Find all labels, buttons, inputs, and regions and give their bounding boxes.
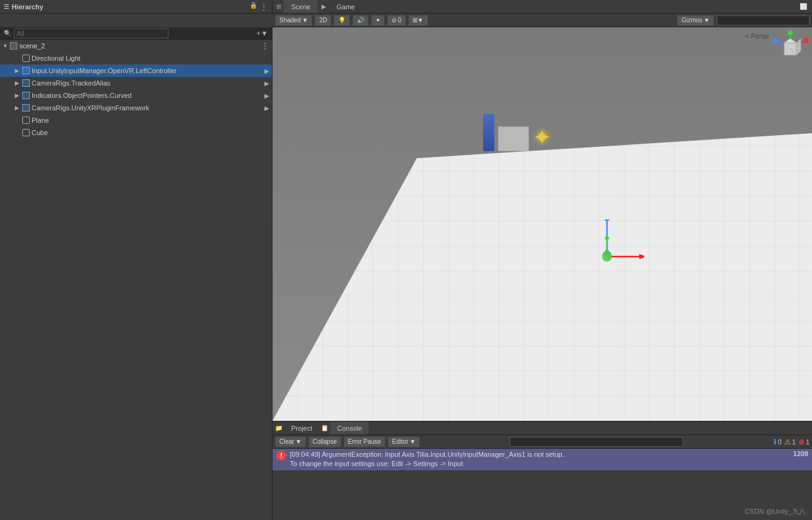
tab-project[interactable]: Project — [285, 421, 318, 434]
error-icon-badge: ⊗ — [798, 438, 805, 446]
error-pause-btn[interactable]: Error Pause — [344, 436, 385, 447]
tree-item-camera-rigs-unity[interactable]: ▶ CameraRigs.UnityXRPluginFramework ▶ — [0, 102, 272, 114]
camera-unity-arrow[interactable]: ▶ — [15, 105, 22, 111]
light-cube-obj — [498, 126, 529, 151]
tab-game-label: Game — [336, 3, 355, 11]
light-btn[interactable]: 💡 — [334, 15, 350, 26]
editor-label: Editor — [392, 438, 408, 445]
orientation-gizmo[interactable]: X Y Z — [771, 30, 810, 70]
tree-item-plane[interactable]: ▶ Plane — [0, 114, 272, 126]
tree-item-cube[interactable]: ▶ Cube — [0, 126, 272, 139]
bottom-toolbar: Clear ▼ Collapse Error Pause Editor ▼ — [273, 435, 812, 449]
console-message-0[interactable]: ! [09:04:49] ArgumentException: Input Ax… — [273, 449, 812, 471]
viewport[interactable]: ✦ — [273, 27, 812, 421]
console-area: ! [09:04:49] ArgumentException: Input Ax… — [273, 449, 812, 520]
audio-btn[interactable]: 🔊 — [352, 15, 369, 26]
input-arrow[interactable]: ▶ — [15, 68, 22, 74]
tab-console-label: Console — [337, 425, 362, 432]
transform-gizmo — [570, 219, 644, 296]
plane-grid — [273, 133, 812, 421]
scene-toolbar: Shaded ▼ 2D 💡 🔊 ✦ ⊘ 0 ⊞▼ Gizmos ▼ — [273, 14, 812, 27]
bottom-tabs: 📁 Project 📋 Console — [273, 421, 812, 435]
maximize-icon[interactable]: ⬜ — [800, 3, 812, 10]
svg-marker-8 — [797, 38, 801, 55]
gizmos-arrow: ▼ — [704, 17, 710, 24]
tree-item-directional-light[interactable]: ▶ Directional Light — [0, 52, 272, 64]
error-count: 1 — [806, 438, 810, 446]
indicators-icon — [22, 92, 30, 99]
tree-label-camera-tracked: CameraRigs.TrackedAlias — [32, 79, 264, 87]
more-btn[interactable]: ⊞▼ — [408, 15, 428, 26]
collapse-btn[interactable]: Collapse — [308, 436, 341, 447]
svg-text:Y: Y — [788, 30, 792, 33]
console-search-wrapper — [422, 437, 771, 447]
gizmos-btn[interactable]: Gizmos ▼ — [677, 15, 714, 26]
tree-scene-root[interactable]: ▼ scene_2 ⋮ — [0, 40, 272, 52]
camera-unity-right-arrow[interactable]: ▶ — [264, 105, 269, 112]
tree-label-indicators: Indicators.ObjectPointers.Curved — [32, 92, 264, 99]
hidden-layers-btn[interactable]: ⊘ 0 — [387, 15, 406, 26]
console-message-text: [09:04:49] ArgumentException: Input Axis… — [290, 450, 790, 469]
tab-scene-label: Scene — [291, 3, 310, 11]
clear-label: Clear — [279, 438, 294, 445]
hierarchy-menu-dots[interactable]: ⋮ — [260, 2, 268, 12]
camera-tracked-right-arrow[interactable]: ▶ — [264, 80, 269, 87]
camera-tracked-arrow[interactable]: ▶ — [15, 80, 22, 86]
game-menu-icon: ▶ — [321, 3, 326, 10]
console-message-count: 1209 — [793, 450, 808, 457]
scene-view: ✦ — [273, 27, 812, 520]
view-2d-btn[interactable]: 2D — [315, 15, 331, 26]
scene-menu-icon: ⊞ — [276, 3, 281, 10]
tree-label-directional-light: Directional Light — [32, 55, 269, 62]
info-icon: ℹ — [774, 438, 777, 446]
camera-tracked-icon — [22, 79, 30, 87]
tree-item-indicators[interactable]: ▶ Indicators.ObjectPointers.Curved ▶ — [0, 89, 272, 102]
badge-info[interactable]: ℹ 0 — [774, 438, 782, 446]
hierarchy-lock-icon[interactable]: 🔒 — [250, 2, 257, 12]
top-tabs-bar: ☰ Hierarchy 🔒 ⋮ ⊞ Scene ▶ Game ⬜ — [0, 0, 812, 14]
scene-collapse-arrow[interactable]: ▼ — [2, 43, 10, 49]
sun-icon: ✦ — [533, 126, 551, 149]
plane-icon — [22, 117, 30, 124]
info-count: 0 — [778, 438, 782, 446]
clear-dropdown[interactable]: ▼ — [295, 438, 302, 445]
editor-dropdown[interactable]: ▼ — [409, 438, 416, 445]
tree-item-input-manager[interactable]: ▶ Input.UnityInputManager.OpenVR.LeftCon… — [0, 64, 272, 77]
scene-search-input[interactable] — [717, 15, 810, 25]
watermark: CSDN @Unity_九八 — [744, 507, 806, 516]
scene-grid-container: ✦ — [273, 71, 812, 421]
gizmo-axes-svg — [570, 219, 644, 294]
warn-count: 1 — [792, 438, 796, 446]
scene-kebab[interactable]: ⋮ — [261, 41, 269, 51]
gizmos-label: Gizmos — [681, 17, 702, 24]
hierarchy-tab-label[interactable]: Hierarchy — [12, 3, 43, 11]
tab-scene[interactable]: Scene — [284, 0, 318, 13]
indicators-right-arrow[interactable]: ▶ — [264, 92, 269, 99]
shaded-dropdown[interactable]: Shaded ▼ — [275, 15, 312, 26]
add-hierarchy-btn[interactable]: +▼ — [256, 29, 268, 38]
clear-btn[interactable]: Clear ▼ — [275, 436, 306, 447]
camera-unity-icon — [22, 104, 30, 112]
shaded-arrow: ▼ — [302, 17, 308, 24]
persp-label: < Persp — [745, 32, 769, 40]
x-axis-arrow — [639, 254, 644, 259]
badge-warn[interactable]: ⚠ 1 — [784, 438, 796, 446]
directional-light-indicator: ✦ — [483, 114, 551, 151]
view-2d-label: 2D — [319, 17, 327, 24]
indicators-arrow[interactable]: ▶ — [15, 92, 22, 99]
hierarchy-search-input[interactable] — [14, 29, 168, 38]
tab-game[interactable]: Game — [329, 0, 362, 13]
console-badges: ℹ 0 ⚠ 1 ⊗ 1 — [774, 438, 810, 446]
console-search-input[interactable] — [510, 437, 683, 447]
cube-icon-tree — [22, 129, 30, 136]
orientation-gizmo-svg: X Y Z — [771, 30, 810, 68]
input-right-arrow[interactable]: ▶ — [264, 68, 269, 74]
editor-btn[interactable]: Editor ▼ — [388, 436, 420, 447]
plane-no-arrow: ▶ — [15, 117, 22, 123]
tree-item-camera-rigs-tracked[interactable]: ▶ CameraRigs.TrackedAlias ▶ — [0, 77, 272, 89]
hierarchy-search-icon: 🔍 — [4, 30, 11, 37]
badge-error[interactable]: ⊗ 1 — [798, 438, 810, 446]
tab-console[interactable]: Console — [331, 421, 368, 434]
effects-btn[interactable]: ✦ — [371, 15, 385, 26]
console-icon: 📋 — [321, 425, 328, 431]
